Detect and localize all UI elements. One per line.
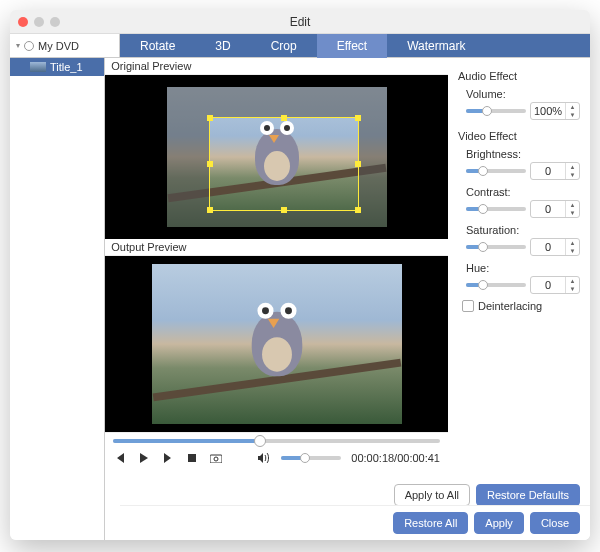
- spin-up[interactable]: ▲: [566, 103, 579, 111]
- minimize-window-button[interactable]: [34, 17, 44, 27]
- volume-icon[interactable]: [257, 451, 271, 465]
- spin-down[interactable]: ▼: [566, 111, 579, 119]
- crop-rect[interactable]: [209, 117, 359, 211]
- stop-button[interactable]: [185, 451, 199, 465]
- tab-watermark[interactable]: Watermark: [387, 34, 485, 58]
- time-display: 00:00:18/00:00:41: [351, 452, 440, 464]
- audio-volume-spinner[interactable]: 100% ▲▼: [530, 102, 580, 120]
- next-button[interactable]: [161, 451, 175, 465]
- hue-spinner[interactable]: 0▲▼: [530, 276, 580, 294]
- window-title: Edit: [10, 15, 590, 29]
- volume-label: Volume:: [458, 88, 580, 100]
- tab-3d[interactable]: 3D: [195, 34, 250, 58]
- saturation-slider[interactable]: [466, 245, 526, 249]
- crop-handle-se[interactable]: [355, 207, 361, 213]
- seek-thumb[interactable]: [254, 435, 266, 447]
- svg-rect-1: [210, 455, 222, 463]
- saturation-spinner[interactable]: 0▲▼: [530, 238, 580, 256]
- tab-rotate[interactable]: Rotate: [120, 34, 195, 58]
- saturation-label: Saturation:: [458, 224, 580, 236]
- brightness-spinner[interactable]: 0▲▼: [530, 162, 580, 180]
- clip-thumbnail: [30, 62, 46, 72]
- crop-handle-ne[interactable]: [355, 115, 361, 121]
- crop-handle-sw[interactable]: [207, 207, 213, 213]
- titlebar: Edit: [10, 10, 590, 34]
- tab-effect[interactable]: Effect: [317, 34, 387, 58]
- play-button[interactable]: [137, 451, 151, 465]
- original-preview: [105, 75, 448, 239]
- crop-handle-nw[interactable]: [207, 115, 213, 121]
- sidebar-item-title1[interactable]: Title_1: [10, 58, 104, 76]
- effects-panel: Audio Effect Volume: 100% ▲▼ Video Effec…: [448, 58, 590, 540]
- crop-handle-w[interactable]: [207, 161, 213, 167]
- deinterlacing-checkbox[interactable]: [462, 300, 474, 312]
- volume-thumb[interactable]: [300, 453, 310, 463]
- audio-effect-title: Audio Effect: [458, 70, 580, 82]
- tab-crop[interactable]: Crop: [251, 34, 317, 58]
- contrast-label: Contrast:: [458, 186, 580, 198]
- saturation-thumb[interactable]: [478, 242, 488, 252]
- svg-point-2: [214, 457, 218, 461]
- close-window-button[interactable]: [18, 17, 28, 27]
- svg-rect-0: [188, 454, 196, 462]
- crop-overlay[interactable]: [167, 87, 387, 227]
- crop-handle-s[interactable]: [281, 207, 287, 213]
- sidebar-item-label: Title_1: [50, 61, 83, 73]
- contrast-slider[interactable]: [466, 207, 526, 211]
- video-effect-title: Video Effect: [458, 130, 580, 142]
- chevron-down-icon: ▾: [16, 41, 20, 50]
- output-preview-label: Output Preview: [105, 239, 448, 256]
- deinterlacing-checkbox-row[interactable]: Deinterlacing: [458, 300, 580, 312]
- disc-icon: [24, 41, 34, 51]
- sidebar: Title_1: [10, 58, 105, 540]
- sidebar-root[interactable]: ▾ My DVD: [10, 37, 85, 55]
- original-video-frame: [167, 87, 387, 227]
- bottom-bar: Restore All Apply Close: [120, 505, 590, 540]
- apply-button[interactable]: Apply: [474, 512, 524, 534]
- mid-buttons: Apply to All Restore Defaults: [394, 484, 580, 506]
- hue-label: Hue:: [458, 262, 580, 274]
- edit-window: Edit ▾ My DVD Rotate 3D Crop Effect Wate…: [10, 10, 590, 540]
- output-video-frame: [152, 264, 402, 424]
- zoom-window-button[interactable]: [50, 17, 60, 27]
- main-area: Title_1 Original Preview: [10, 58, 590, 540]
- audio-volume-value: 100%: [531, 105, 565, 117]
- deinterlacing-label: Deinterlacing: [478, 300, 542, 312]
- prev-button[interactable]: [113, 451, 127, 465]
- toolbar: ▾ My DVD Rotate 3D Crop Effect Watermark: [10, 34, 590, 58]
- contrast-spinner[interactable]: 0▲▼: [530, 200, 580, 218]
- seek-slider[interactable]: [113, 439, 440, 443]
- original-preview-label: Original Preview: [105, 58, 448, 75]
- restore-all-button[interactable]: Restore All: [393, 512, 468, 534]
- output-preview: [105, 256, 448, 432]
- contrast-thumb[interactable]: [478, 204, 488, 214]
- restore-defaults-button[interactable]: Restore Defaults: [476, 484, 580, 506]
- volume-slider[interactable]: [281, 456, 341, 460]
- sidebar-root-label: My DVD: [38, 40, 79, 52]
- tab-bar: Rotate 3D Crop Effect Watermark: [120, 34, 590, 57]
- brightness-slider[interactable]: [466, 169, 526, 173]
- close-button[interactable]: Close: [530, 512, 580, 534]
- brightness-label: Brightness:: [458, 148, 580, 160]
- audio-volume-slider[interactable]: [466, 109, 526, 113]
- brightness-thumb[interactable]: [478, 166, 488, 176]
- playback-controls: 00:00:18/00:00:41: [105, 432, 448, 471]
- audio-volume-thumb[interactable]: [482, 106, 492, 116]
- crop-handle-e[interactable]: [355, 161, 361, 167]
- apply-to-all-button[interactable]: Apply to All: [394, 484, 470, 506]
- crop-handle-n[interactable]: [281, 115, 287, 121]
- hue-thumb[interactable]: [478, 280, 488, 290]
- hue-slider[interactable]: [466, 283, 526, 287]
- preview-column: Original Preview: [105, 58, 448, 540]
- snapshot-button[interactable]: [209, 451, 223, 465]
